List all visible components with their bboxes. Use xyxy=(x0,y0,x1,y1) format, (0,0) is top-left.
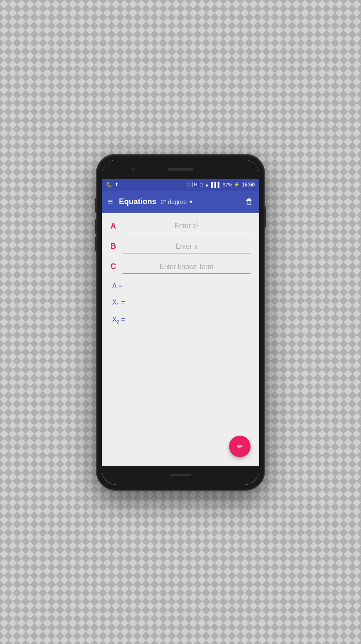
status-time: 15:50 xyxy=(242,182,255,188)
results-section: Δ = X1 = X2 = xyxy=(110,282,251,324)
field-row-b: B Enter x xyxy=(110,242,251,253)
input-container-c: Enter known term xyxy=(122,263,251,274)
x2-result: X2 = xyxy=(112,316,251,324)
bluetooth-icon: ⬡ xyxy=(187,182,191,187)
label-c: C xyxy=(110,262,122,274)
status-bar: 🐛 ⬆ ⬡ N □ ▲ ▌▌▌ 97% ⚡ 15:50 xyxy=(102,179,259,191)
home-bar xyxy=(170,474,191,476)
front-camera xyxy=(131,168,135,171)
app-title: Equations xyxy=(119,197,156,206)
x1-label: X1 = xyxy=(112,299,125,306)
input-container-a: Enter x2 xyxy=(122,222,251,233)
degree-selector[interactable]: 2° degree ▼ xyxy=(161,198,194,205)
phone-screen: 🐛 ⬆ ⬡ N □ ▲ ▌▌▌ 97% ⚡ 15:50 ≡ Equations xyxy=(102,160,259,485)
top-bezel xyxy=(102,160,259,179)
delta-label: Δ = xyxy=(112,282,122,290)
status-right-icons: ⬡ N □ ▲ ▌▌▌ 97% ⚡ 15:50 xyxy=(187,182,255,188)
field-row-a: A Enter x2 xyxy=(110,222,251,233)
delete-button[interactable]: 🗑 xyxy=(245,197,253,206)
nfc-icon: N xyxy=(193,182,198,187)
app-bar: ≡ Equations 2° degree ▼ 🗑 xyxy=(102,191,259,213)
input-container-b: Enter x xyxy=(122,243,251,253)
label-a: A xyxy=(110,222,122,233)
signal-icon: ▌▌▌ xyxy=(211,182,221,187)
wifi-icon: ▲ xyxy=(205,182,209,187)
pencil-icon: ✏ xyxy=(237,442,243,451)
main-content: A Enter x2 B Enter x C Enter know xyxy=(102,213,259,466)
device-icon: □ xyxy=(200,182,203,187)
x1-result: X1 = xyxy=(112,299,251,307)
status-left-icons: 🐛 ⬆ xyxy=(106,182,119,187)
degree-label: 2° degree xyxy=(161,198,187,205)
battery-percent: 97% xyxy=(223,182,232,187)
usb-icon: ⬆ xyxy=(115,182,119,187)
battery-icon: ⚡ xyxy=(234,182,240,187)
bottom-bezel xyxy=(102,466,259,485)
chevron-down-icon: ▼ xyxy=(189,199,194,205)
delta-result: Δ = xyxy=(112,282,251,290)
screen-content: 🐛 ⬆ ⬡ N □ ▲ ▌▌▌ 97% ⚡ 15:50 ≡ Equations xyxy=(102,179,259,466)
field-row-c: C Enter known term xyxy=(110,262,251,274)
x2-label: X2 = xyxy=(112,316,125,323)
phone-device: 🐛 ⬆ ⬡ N □ ▲ ▌▌▌ 97% ⚡ 15:50 ≡ Equations xyxy=(97,155,264,490)
menu-button[interactable]: ≡ xyxy=(108,197,113,207)
bug-icon: 🐛 xyxy=(106,182,112,187)
input-b[interactable]: Enter x xyxy=(122,243,251,250)
label-b: B xyxy=(110,242,122,253)
input-c[interactable]: Enter known term xyxy=(122,263,251,271)
earpiece xyxy=(168,168,193,171)
edit-fab-button[interactable]: ✏ xyxy=(229,436,251,457)
input-a[interactable]: Enter x2 xyxy=(122,222,251,230)
